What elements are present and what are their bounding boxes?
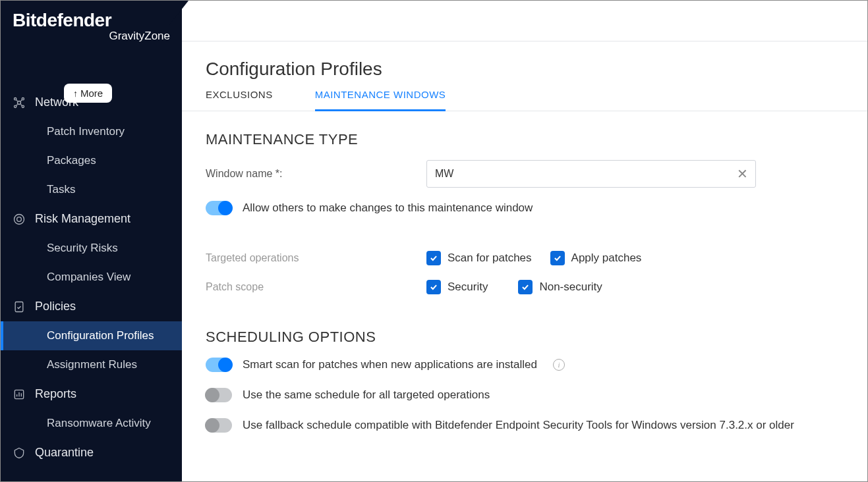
checkbox-checked-icon bbox=[550, 251, 565, 265]
targeted-operations-label: Targeted operations bbox=[206, 252, 426, 264]
window-name-input[interactable] bbox=[426, 160, 756, 188]
scan-for-patches-checkbox[interactable]: Scan for patches bbox=[426, 251, 532, 265]
sidebar-item-companies-view[interactable]: Companies View bbox=[1, 263, 182, 292]
allow-others-toggle[interactable] bbox=[206, 201, 232, 215]
smart-scan-row: Smart scan for patches when new applicat… bbox=[206, 358, 844, 372]
fallback-schedule-row: Use fallback schedule compatible with Bi… bbox=[206, 418, 844, 433]
scheduling-options-heading: SCHEDULING OPTIONS bbox=[206, 329, 844, 346]
sidebar-item-label: Quarantine bbox=[35, 446, 94, 460]
reports-icon bbox=[13, 388, 26, 401]
targeted-operations-row: Targeted operations Scan for patches App… bbox=[206, 251, 844, 265]
sidebar-item-configuration-profiles[interactable]: Configuration Profiles bbox=[1, 321, 182, 350]
allow-others-label: Allow others to make changes to this mai… bbox=[243, 201, 533, 215]
sidebar-nav: Network Patch Inventory Packages Tasks R… bbox=[1, 88, 182, 468]
policies-icon bbox=[13, 300, 26, 313]
brand-name: Bitdefender bbox=[13, 10, 170, 31]
smart-scan-toggle[interactable] bbox=[206, 358, 232, 372]
apply-patches-checkbox[interactable]: Apply patches bbox=[550, 251, 642, 265]
checkbox-checked-icon bbox=[518, 280, 533, 294]
sidebar-item-policies[interactable]: Policies bbox=[1, 292, 182, 321]
quarantine-icon bbox=[13, 446, 26, 460]
sidebar-item-ransomware-activity[interactable]: Ransomware Activity bbox=[1, 409, 182, 438]
sidebar-item-reports[interactable]: Reports bbox=[1, 379, 182, 409]
fallback-schedule-toggle[interactable] bbox=[206, 418, 232, 433]
sidebar-item-tasks[interactable]: Tasks bbox=[1, 175, 182, 204]
sidebar-item-security-risks[interactable]: Security Risks bbox=[1, 234, 182, 263]
sidebar-item-quarantine[interactable]: Quarantine bbox=[1, 438, 182, 468]
sidebar-item-label: Reports bbox=[35, 387, 76, 401]
sidebar: Bitdefender GravityZone ↑ More Network P… bbox=[1, 1, 182, 481]
clear-input-icon[interactable]: ✕ bbox=[737, 166, 748, 182]
risk-icon bbox=[13, 213, 26, 226]
sidebar-item-patch-inventory[interactable]: Patch Inventory bbox=[1, 117, 182, 146]
svg-rect-7 bbox=[15, 302, 23, 311]
sidebar-item-assignment-rules[interactable]: Assignment Rules bbox=[1, 350, 182, 379]
maintenance-type-heading: MAINTENANCE TYPE bbox=[206, 131, 844, 148]
smart-scan-label: Smart scan for patches when new applicat… bbox=[243, 358, 537, 371]
tabs: EXCLUSIONS MAINTENANCE WINDOWS bbox=[182, 89, 867, 111]
info-icon[interactable]: i bbox=[553, 359, 565, 371]
same-schedule-toggle[interactable] bbox=[206, 388, 232, 402]
sidebar-collapse-button[interactable]: ‹ bbox=[184, 6, 187, 16]
patch-scope-row: Patch scope Security Non-security bbox=[206, 280, 844, 294]
brand-product: GravityZone bbox=[13, 30, 170, 43]
svg-point-1 bbox=[14, 97, 16, 99]
window-name-label: Window name *: bbox=[206, 168, 426, 180]
arrow-up-icon: ↑ bbox=[73, 88, 78, 99]
topbar bbox=[182, 1, 867, 41]
page-title: Configuration Profiles bbox=[182, 41, 867, 89]
network-icon bbox=[13, 96, 26, 109]
tab-exclusions[interactable]: EXCLUSIONS bbox=[206, 89, 273, 111]
non-security-checkbox[interactable]: Non-security bbox=[518, 280, 602, 294]
svg-point-2 bbox=[22, 97, 24, 99]
tab-maintenance-windows[interactable]: MAINTENANCE WINDOWS bbox=[315, 89, 446, 111]
allow-others-row: Allow others to make changes to this mai… bbox=[206, 201, 844, 215]
same-schedule-row: Use the same schedule for all targeted o… bbox=[206, 388, 844, 402]
sidebar-item-packages[interactable]: Packages bbox=[1, 146, 182, 175]
svg-point-4 bbox=[22, 105, 24, 107]
fallback-schedule-label: Use fallback schedule compatible with Bi… bbox=[243, 419, 794, 432]
svg-point-5 bbox=[14, 214, 24, 224]
sidebar-item-label: Policies bbox=[35, 300, 76, 313]
security-checkbox[interactable]: Security bbox=[426, 280, 488, 294]
main-panel: Configuration Profiles EXCLUSIONS MAINTE… bbox=[182, 1, 867, 481]
sidebar-item-risk-management[interactable]: Risk Management bbox=[1, 204, 182, 234]
patch-scope-label: Patch scope bbox=[206, 281, 426, 293]
window-name-row: Window name *: ✕ bbox=[206, 160, 844, 188]
checkbox-checked-icon bbox=[426, 251, 441, 265]
brand-logo: Bitdefender GravityZone bbox=[1, 1, 182, 48]
more-button[interactable]: ↑ More bbox=[64, 84, 112, 103]
svg-point-6 bbox=[17, 217, 22, 221]
content-area: MAINTENANCE TYPE Window name *: ✕ Allow … bbox=[182, 111, 867, 468]
sidebar-item-label: Risk Management bbox=[35, 212, 130, 226]
same-schedule-label: Use the same schedule for all targeted o… bbox=[243, 388, 490, 402]
checkbox-checked-icon bbox=[426, 280, 441, 294]
svg-point-0 bbox=[18, 101, 21, 104]
more-label: More bbox=[80, 88, 103, 99]
svg-point-3 bbox=[14, 105, 16, 107]
